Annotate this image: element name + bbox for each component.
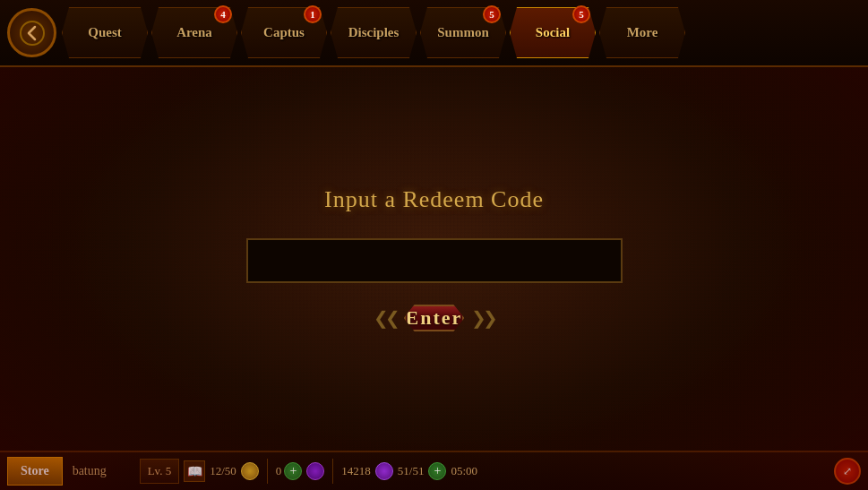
nav-tabs: Quest 4 Arena 1 Captus Disciples 5 Summo…: [60, 0, 868, 65]
status-bar: Store batung Lv. 5 📖 12/50 0 + 14218: [0, 451, 868, 490]
back-icon: [20, 21, 45, 46]
hp-value: 12/50: [210, 464, 236, 478]
svg-point-0: [21, 21, 44, 45]
gold-section: 14218: [341, 464, 371, 478]
player-name: batung: [73, 464, 135, 478]
back-button[interactable]: [7, 8, 56, 57]
enter-button-wrapper: ❮❮ Enter ❯❯: [374, 305, 495, 331]
fullscreen-icon: ⤢: [843, 465, 852, 478]
redeem-title: Input a Redeem Code: [324, 186, 544, 213]
coin-section: 0 +: [276, 462, 303, 480]
gem-icon: [306, 462, 324, 480]
store-button[interactable]: Store: [7, 457, 63, 486]
tab-captus[interactable]: 1 Captus: [239, 4, 329, 62]
tab-quest[interactable]: Quest: [60, 4, 150, 62]
captus-badge: 1: [304, 5, 322, 23]
divider-1: [267, 459, 268, 484]
game-container: Quest 4 Arena 1 Captus Disciples 5 Summo…: [0, 0, 868, 490]
enter-button[interactable]: Enter: [404, 305, 465, 331]
tab-summon[interactable]: 5 Summon: [418, 4, 508, 62]
gold-value: 14218: [341, 464, 371, 478]
redeem-input-wrapper: [246, 238, 623, 283]
purple-gem-icon: [375, 462, 393, 480]
status-bar-inner: Store batung Lv. 5 📖 12/50 0 + 14218: [7, 457, 861, 486]
book-icon[interactable]: 📖: [184, 460, 205, 482]
stamina-section: 51/51: [398, 464, 425, 478]
chevron-right-icon: ❯❯: [471, 307, 494, 329]
coin-value: 0: [276, 464, 282, 478]
stamina-value: 51/51: [398, 464, 425, 478]
hp-section: 12/50: [210, 464, 236, 478]
summon-badge: 5: [483, 5, 501, 23]
add-stamina-button[interactable]: +: [428, 462, 446, 480]
divider-2: [332, 459, 333, 484]
main-content: Input a Redeem Code ❮❮ Enter ❯❯: [0, 67, 868, 451]
fullscreen-button[interactable]: ⤢: [834, 458, 861, 485]
tab-arena[interactable]: 4 Arena: [150, 4, 239, 62]
tab-more[interactable]: More: [597, 4, 687, 62]
level-badge: Lv. 5: [140, 459, 180, 484]
redeem-code-input[interactable]: [248, 240, 621, 281]
tab-social[interactable]: 5 Social: [508, 4, 597, 62]
arena-badge: 4: [214, 5, 232, 23]
timer-display: 05:00: [451, 464, 477, 478]
nav-bar: Quest 4 Arena 1 Captus Disciples 5 Summo…: [0, 0, 868, 67]
social-badge: 5: [572, 5, 590, 23]
add-coin-button[interactable]: +: [284, 462, 302, 480]
tab-disciples[interactable]: Disciples: [329, 4, 418, 62]
coin-icon: [241, 462, 259, 480]
chevron-left-icon: ❮❮: [374, 307, 397, 329]
